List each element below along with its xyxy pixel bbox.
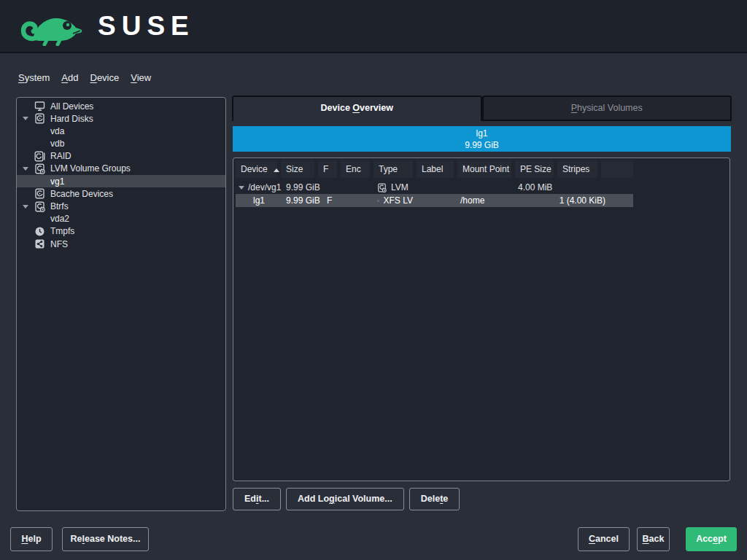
sidebar-item-label: All Devices bbox=[50, 101, 93, 112]
expander-icon[interactable] bbox=[23, 167, 28, 171]
sidebar-item-label: Tmpfs bbox=[50, 226, 74, 236]
sidebar-item-hard-disks[interactable]: Hard Disks bbox=[17, 112, 225, 125]
sidebar-item-vda2[interactable]: vda2 bbox=[17, 213, 225, 225]
column-header-label[interactable]: Label bbox=[417, 160, 454, 178]
delete-button[interactable]: Delete bbox=[409, 488, 460, 510]
menu-bar: System Add Device View bbox=[18, 72, 151, 83]
device-name: lg1 bbox=[233, 128, 731, 139]
sidebar-item-label: vda2 bbox=[50, 214, 69, 224]
sidebar-item-btrfs[interactable]: Btrfs bbox=[17, 201, 225, 213]
menu-system[interactable]: System bbox=[18, 72, 50, 83]
table-row-selected[interactable]: lg1 9.99 GiB F XFS LV /home 1 (4.00 KiB) bbox=[236, 194, 633, 207]
label-cell bbox=[417, 181, 454, 194]
chameleon-icon bbox=[19, 7, 86, 46]
sort-ascending-icon bbox=[274, 168, 279, 172]
brand-wordmark: SUSE bbox=[98, 11, 195, 42]
sidebar-item-lvm-volume-groups[interactable]: LVM Volume Groups bbox=[17, 163, 225, 175]
sidebar-item-label: Hard Disks bbox=[50, 114, 93, 124]
btrfs-icon bbox=[34, 201, 45, 212]
stripes-cell bbox=[557, 181, 633, 194]
column-header-f[interactable]: F bbox=[318, 160, 337, 178]
hard-disk-icon bbox=[34, 113, 45, 124]
column-header-filler bbox=[601, 160, 633, 178]
tab-device-overview[interactable]: Device Overview bbox=[232, 96, 482, 121]
table-header-row: Device Size F Enc Type Label Mount Point… bbox=[236, 160, 633, 178]
sidebar-item-label: vdb bbox=[50, 139, 64, 149]
expander-icon[interactable] bbox=[23, 205, 28, 209]
menu-add[interactable]: Add bbox=[61, 72, 78, 83]
device-summary-bar: lg1 9.99 GiB bbox=[233, 126, 731, 152]
column-header-stripes[interactable]: Stripes bbox=[557, 160, 597, 178]
sidebar-item-label: NFS bbox=[50, 239, 68, 249]
sidebar-item-all-devices[interactable]: All Devices bbox=[17, 100, 225, 112]
sidebar-item-label: vda bbox=[50, 126, 64, 136]
sidebar-item-tmpfs[interactable]: Tmpfs bbox=[17, 225, 225, 238]
mount-point-cell bbox=[457, 181, 511, 194]
column-header-mount-point[interactable]: Mount Point bbox=[457, 160, 511, 178]
format-cell: F bbox=[318, 194, 337, 207]
lvm-icon bbox=[377, 183, 387, 192]
device-tree: All Devices Hard Disks vda vdb RAID bbox=[17, 98, 225, 250]
device-cell: lg1 bbox=[236, 194, 277, 207]
sidebar-item-label: RAID bbox=[50, 151, 71, 161]
help-button[interactable]: Help bbox=[10, 527, 53, 551]
expander-icon[interactable] bbox=[239, 186, 244, 190]
column-header-pe-size[interactable]: PE Size bbox=[515, 160, 554, 178]
device-cell: /dev/vg1 bbox=[236, 181, 277, 194]
sidebar-item-raid[interactable]: RAID bbox=[17, 150, 225, 163]
stripes-cell: 1 (4.00 KiB) bbox=[557, 194, 633, 207]
device-size: 9.99 GiB bbox=[233, 139, 731, 151]
column-header-enc[interactable]: Enc bbox=[341, 160, 370, 178]
sidebar-item-vg1[interactable]: vg1 bbox=[17, 175, 225, 187]
type-cell: LVM bbox=[374, 181, 413, 194]
menu-view[interactable]: View bbox=[131, 72, 151, 83]
bcache-icon bbox=[34, 188, 45, 199]
sidebar-item-label: LVM Volume Groups bbox=[50, 163, 131, 174]
format-cell bbox=[318, 181, 337, 194]
column-header-device[interactable]: Device bbox=[236, 160, 277, 178]
table-row[interactable]: /dev/vg1 9.99 GiB LVM 4.00 MiB bbox=[236, 181, 633, 194]
pe-size-cell: 4.00 MiB bbox=[515, 181, 554, 194]
raid-icon bbox=[34, 151, 45, 162]
monitor-icon bbox=[34, 101, 45, 112]
back-button[interactable]: Back bbox=[637, 527, 670, 551]
sidebar-item-label: Btrfs bbox=[50, 201, 69, 211]
mount-point-cell: /home bbox=[457, 194, 511, 207]
menu-device[interactable]: Device bbox=[90, 72, 119, 83]
column-header-size[interactable]: Size bbox=[281, 160, 314, 178]
sidebar-item-label: vg1 bbox=[50, 176, 64, 187]
tab-physical-volumes[interactable]: Physical Volumes bbox=[482, 96, 732, 121]
enc-cell bbox=[341, 194, 370, 207]
enc-cell bbox=[341, 181, 370, 194]
release-notes-button[interactable]: Release Notes... bbox=[62, 527, 149, 551]
clock-icon bbox=[34, 226, 45, 237]
sidebar-panel: All Devices Hard Disks vda vdb RAID bbox=[16, 97, 226, 511]
label-cell bbox=[417, 194, 454, 207]
accept-button[interactable]: Accept bbox=[686, 527, 737, 551]
expander-icon[interactable] bbox=[23, 117, 28, 120]
edit-button[interactable]: Edit... bbox=[233, 488, 281, 510]
sidebar-item-vda[interactable]: vda bbox=[17, 125, 225, 137]
sidebar-item-bcache-devices[interactable]: Bcache Devices bbox=[17, 187, 225, 200]
type-cell: XFS LV bbox=[374, 194, 413, 207]
size-cell: 9.99 GiB bbox=[281, 194, 314, 207]
cancel-button[interactable]: Cancel bbox=[578, 527, 630, 551]
xfs-lv-icon bbox=[377, 196, 379, 206]
tab-bar: Device Overview Physical Volumes bbox=[232, 96, 732, 121]
column-header-type[interactable]: Type bbox=[374, 160, 413, 178]
top-banner: SUSE bbox=[0, 0, 747, 53]
sidebar-item-vdb[interactable]: vdb bbox=[17, 138, 225, 150]
sidebar-item-nfs[interactable]: NFS bbox=[17, 238, 225, 250]
table-actions: Edit... Add Logical Volume... Delete bbox=[233, 488, 460, 510]
add-logical-volume-button[interactable]: Add Logical Volume... bbox=[286, 488, 404, 510]
suse-logo: SUSE bbox=[19, 7, 195, 46]
size-cell: 9.99 GiB bbox=[281, 181, 314, 194]
sidebar-item-label: Bcache Devices bbox=[50, 189, 113, 199]
lvm-icon bbox=[34, 163, 45, 174]
share-icon bbox=[34, 238, 45, 249]
pe-size-cell bbox=[515, 194, 554, 207]
device-table-panel: Device Size F Enc Type Label Mount Point… bbox=[233, 158, 730, 481]
